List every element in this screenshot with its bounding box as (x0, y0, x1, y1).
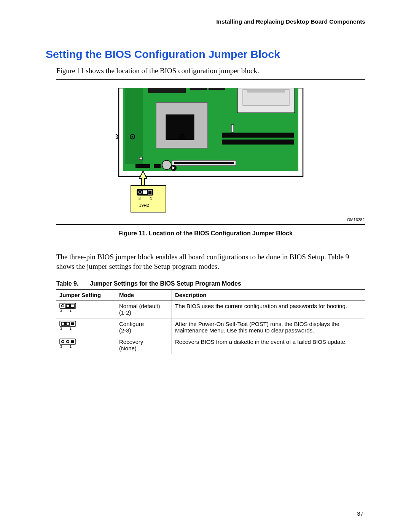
svg-rect-14 (174, 162, 234, 164)
svg-rect-12 (222, 140, 294, 144)
svg-point-32 (139, 191, 142, 194)
post-figure-paragraph: The three-pin BIOS jumper block enables … (56, 252, 365, 271)
svg-rect-16 (139, 157, 142, 160)
svg-rect-4 (190, 88, 207, 90)
motherboard-diagram: 3 1 J9H2 (116, 88, 306, 217)
section-heading: Setting the BIOS Configuration Jumper Bl… (46, 48, 365, 61)
cell-mode: Normal (default)(1-2) (116, 300, 172, 318)
page-number: 37 (357, 510, 363, 517)
svg-point-18 (162, 160, 171, 169)
callout-pin3: 3 (139, 197, 141, 201)
rule-below-figure (56, 224, 365, 225)
svg-rect-11 (222, 133, 294, 137)
cell-mode: Recovery(None) (116, 336, 172, 354)
svg-point-24 (181, 136, 183, 137)
table-row: 31Configure(2-3)After the Power-On Self-… (56, 318, 365, 336)
svg-rect-2 (125, 88, 143, 164)
cell-description: The BIOS uses the current configuration … (172, 300, 366, 318)
svg-rect-3 (148, 88, 186, 93)
figure-11: 3 1 J9H2 OM16282 (56, 88, 365, 222)
figure-caption: Figure 11. Location of the BIOS Configur… (46, 230, 365, 237)
table-row: 31Recovery(None)Recovers BIOS from a dis… (56, 336, 365, 354)
table-caption-prefix: Table 9. (56, 280, 78, 287)
table-caption: Table 9.Jumper Settings for the BIOS Set… (46, 280, 365, 287)
running-header: Installing and Replacing Desktop Board C… (46, 18, 365, 25)
svg-point-22 (132, 136, 133, 137)
cell-mode: Configure(2-3) (116, 318, 172, 336)
svg-rect-51 (71, 340, 74, 343)
intro-paragraph: Figure 11 shows the location of the BIOS… (56, 66, 365, 75)
table-caption-title: Jumper Settings for the BIOS Setup Progr… (90, 280, 241, 287)
svg-rect-34 (148, 190, 152, 194)
svg-point-26 (116, 136, 116, 137)
cell-jumper-setting: 31 (56, 318, 116, 336)
cell-jumper-setting: 31 (56, 336, 116, 354)
cell-description: After the Power-On Self-Test (POST) runs… (172, 318, 366, 336)
cell-jumper-setting: 31 (56, 300, 116, 318)
pin-numbers: 31 (59, 345, 113, 348)
th-jumper-setting: Jumper Setting (56, 290, 116, 300)
svg-rect-5 (209, 88, 225, 90)
svg-rect-17 (154, 164, 161, 168)
callout-label: J9H2 (139, 203, 149, 208)
pin-numbers: 31 (59, 309, 113, 313)
rule-above-figure (56, 79, 365, 80)
pin-numbers: 31 (59, 327, 113, 331)
svg-rect-45 (71, 323, 74, 325)
svg-rect-40 (71, 305, 74, 307)
document-page: Installing and Replacing Desktop Board C… (0, 0, 411, 532)
th-description: Description (172, 290, 366, 300)
svg-rect-15 (135, 164, 150, 168)
th-mode: Mode (116, 290, 172, 300)
svg-point-43 (62, 323, 64, 325)
svg-rect-27 (231, 125, 234, 132)
figure-id: OM16282 (56, 217, 365, 222)
table-header-row: Jumper Setting Mode Description (56, 290, 365, 300)
callout-pin1: 1 (150, 197, 152, 201)
jumper-settings-table: Jumper Setting Mode Description 31Normal… (56, 289, 365, 354)
svg-point-44 (67, 323, 69, 325)
cell-description: Recovers BIOS from a diskette in the eve… (172, 336, 366, 354)
svg-point-39 (67, 305, 69, 307)
table-row: 31Normal (default)(1-2)The BIOS uses the… (56, 300, 365, 318)
svg-rect-8 (247, 89, 285, 93)
svg-rect-33 (143, 190, 147, 194)
